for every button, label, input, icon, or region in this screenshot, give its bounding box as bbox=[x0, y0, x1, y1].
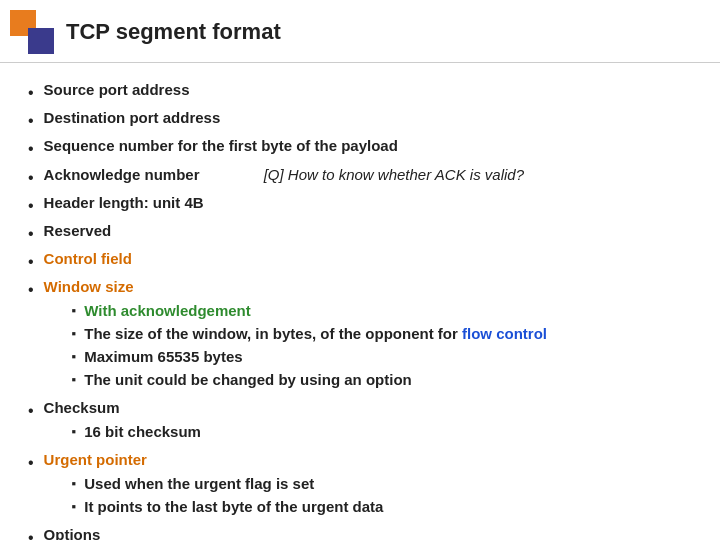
bullet-icon: • bbox=[28, 278, 34, 301]
item-dest-port: Destination port address bbox=[44, 107, 221, 129]
urgent-wrapper: Urgent pointer ▪ Used when the urgent fl… bbox=[44, 449, 384, 521]
item-sequence: Sequence number for the first byte of th… bbox=[44, 135, 398, 157]
checksum-sub-list: ▪ 16 bit checksum bbox=[72, 421, 201, 444]
sub-bullet-icon: ▪ bbox=[72, 423, 77, 441]
item-window-size: Window size bbox=[44, 276, 547, 298]
main-content: • Source port address • Destination port… bbox=[0, 63, 720, 540]
sub-urgent-last: It points to the last byte of the urgent… bbox=[84, 496, 383, 517]
sub-bullet-icon: ▪ bbox=[72, 498, 77, 516]
bullet-icon: • bbox=[28, 451, 34, 474]
ack-note: [Q] How to know whether ACK is valid? bbox=[264, 166, 524, 183]
item-ack: Acknowledge number [Q] How to know wheth… bbox=[44, 164, 524, 186]
sub-list-item: ▪ It points to the last byte of the urge… bbox=[72, 496, 384, 517]
sub-list-item: ▪ The unit could be changed by using an … bbox=[72, 369, 547, 390]
sub-unit-change: The unit could be changed by using an op… bbox=[84, 369, 412, 390]
sub-list-item: ▪ 16 bit checksum bbox=[72, 421, 201, 442]
bullet-icon: • bbox=[28, 250, 34, 273]
item-header-length: Header length: unit 4B bbox=[44, 192, 204, 214]
bullet-icon: • bbox=[28, 109, 34, 132]
bullet-icon: • bbox=[28, 399, 34, 422]
window-sub-list: ▪ With acknowledgement ▪ The size of the… bbox=[72, 300, 547, 392]
bullet-icon: • bbox=[28, 222, 34, 245]
list-item: • Sequence number for the first byte of … bbox=[28, 135, 692, 160]
sub-bullet-icon: ▪ bbox=[72, 325, 77, 343]
sub-bullet-icon: ▪ bbox=[72, 348, 77, 366]
logo bbox=[10, 10, 54, 54]
bullet-icon: • bbox=[28, 526, 34, 540]
urgent-sub-list: ▪ Used when the urgent flag is set ▪ It … bbox=[72, 473, 384, 519]
sub-bullet-icon: ▪ bbox=[72, 302, 77, 320]
list-item: • Window size ▪ With acknowledgement ▪ T… bbox=[28, 276, 692, 394]
item-checksum: Checksum bbox=[44, 397, 201, 419]
sub-window-bytes: The size of the window, in bytes, of the… bbox=[84, 323, 547, 344]
sub-list-item: ▪ Used when the urgent flag is set bbox=[72, 473, 384, 494]
flow-control-link: flow control bbox=[462, 325, 547, 342]
bullet-icon: • bbox=[28, 81, 34, 104]
sub-bullet-icon: ▪ bbox=[72, 371, 77, 389]
window-size-wrapper: Window size ▪ With acknowledgement ▪ The… bbox=[44, 276, 547, 394]
item-source-port: Source port address bbox=[44, 79, 190, 101]
checksum-wrapper: Checksum ▪ 16 bit checksum bbox=[44, 397, 201, 446]
sub-list-item: ▪ Maximum 65535 bytes bbox=[72, 346, 547, 367]
sub-list-item: ▪ The size of the window, in bytes, of t… bbox=[72, 323, 547, 344]
list-item: • Checksum ▪ 16 bit checksum bbox=[28, 397, 692, 446]
page-header: TCP segment format bbox=[0, 0, 720, 63]
main-list: • Source port address • Destination port… bbox=[28, 79, 692, 540]
item-options: Options bbox=[44, 524, 101, 540]
list-item: • Destination port address bbox=[28, 107, 692, 132]
list-item: • Reserved bbox=[28, 220, 692, 245]
bullet-icon: • bbox=[28, 194, 34, 217]
list-item: • Control field bbox=[28, 248, 692, 273]
logo-blue bbox=[28, 28, 54, 54]
sub-max-bytes: Maximum 65535 bytes bbox=[84, 346, 242, 367]
list-item: • Options bbox=[28, 524, 692, 540]
bullet-icon: • bbox=[28, 137, 34, 160]
item-urgent-pointer: Urgent pointer bbox=[44, 449, 384, 471]
sub-urgent-flag: Used when the urgent flag is set bbox=[84, 473, 314, 494]
list-item: • Source port address bbox=[28, 79, 692, 104]
page-title: TCP segment format bbox=[66, 19, 281, 45]
sub-checksum-16: 16 bit checksum bbox=[84, 421, 201, 442]
sub-list-item: ▪ With acknowledgement bbox=[72, 300, 547, 321]
sub-bullet-icon: ▪ bbox=[72, 475, 77, 493]
item-control-field: Control field bbox=[44, 248, 132, 270]
sub-with-ack: With acknowledgement bbox=[84, 300, 251, 321]
item-reserved: Reserved bbox=[44, 220, 112, 242]
list-item: • Header length: unit 4B bbox=[28, 192, 692, 217]
bullet-icon: • bbox=[28, 166, 34, 189]
list-item: • Acknowledge number [Q] How to know whe… bbox=[28, 164, 692, 189]
list-item: • Urgent pointer ▪ Used when the urgent … bbox=[28, 449, 692, 521]
